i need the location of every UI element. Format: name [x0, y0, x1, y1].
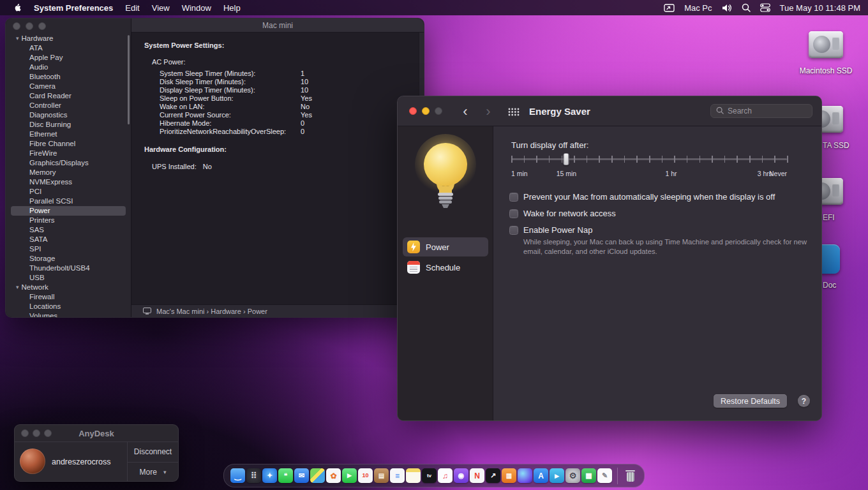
minimize-button[interactable] [26, 22, 33, 30]
menu-view[interactable]: View [152, 3, 170, 13]
control-center-icon[interactable] [760, 3, 770, 12]
notes-icon[interactable] [406, 468, 421, 483]
sidebar-item-schedule[interactable]: Schedule [403, 258, 488, 277]
minimize-button[interactable] [33, 429, 40, 437]
search-field[interactable] [710, 104, 812, 118]
menu-window[interactable]: Window [182, 3, 211, 13]
menu-clock[interactable]: Tue May 10 11:48 PM [780, 3, 860, 13]
volume-icon[interactable] [722, 4, 732, 12]
sidebar-item-firewall[interactable]: Firewall [11, 292, 126, 302]
sidebar-scrollbar[interactable] [128, 35, 130, 124]
desktop-icon-macintosh-ssd[interactable]: Macintosh SSD [797, 24, 855, 75]
sidebar-item-parallel-scsi[interactable]: Parallel SCSI [11, 197, 126, 206]
podcasts-icon[interactable]: ◉ [454, 468, 468, 483]
sidebar-item-power[interactable]: Power [11, 206, 126, 216]
checkbox[interactable] [509, 226, 518, 235]
anydesk-window: AnyDesk andreszerocross Disconnect More … [14, 424, 179, 482]
sidebar-item-power[interactable]: Power [403, 237, 488, 256]
sidebar-item-volumes[interactable]: Volumes [11, 311, 126, 317]
menu-edit[interactable]: Edit [125, 3, 139, 13]
tv-icon[interactable]: tv [422, 468, 437, 483]
slider-thumb[interactable] [564, 153, 569, 165]
sidebar-item-thunderbolt-usb4[interactable]: Thunderbolt/USB4 [11, 264, 126, 273]
help-button[interactable]: ? [798, 395, 810, 407]
stocks-icon[interactable]: ↗ [486, 468, 500, 483]
restore-defaults-button[interactable]: Restore Defaults [714, 394, 787, 408]
maps-icon[interactable] [310, 468, 325, 483]
zoom-button[interactable] [38, 22, 46, 30]
sidebar-item-label: Power [426, 242, 449, 252]
mail-icon[interactable]: ✉ [294, 468, 309, 483]
sidebar-item-nvmexpress[interactable]: NVMExpress [11, 177, 126, 187]
menu-help[interactable]: Help [223, 3, 241, 13]
sidebar-item-firewire[interactable]: FireWire [11, 149, 126, 158]
sidebar-item-sata[interactable]: SATA [11, 235, 126, 244]
minimize-button[interactable] [422, 107, 430, 115]
sidebar-item-ata[interactable]: ATA [11, 43, 126, 53]
sidebar-item-apple-pay[interactable]: Apple Pay [11, 53, 126, 63]
messages-icon[interactable]: ❝ [278, 468, 293, 483]
menu-app-name[interactable]: System Preferences [34, 3, 113, 13]
sidebar-item-storage[interactable]: Storage [11, 254, 126, 264]
chevron-down-icon[interactable]: ▾ [16, 283, 19, 292]
setting-row: PrioritizeNetworkReachabilityOverSleep:0 [131, 128, 424, 136]
close-button[interactable] [13, 22, 20, 30]
app-store-icon[interactable]: A [534, 468, 548, 483]
sidebar-item-audio[interactable]: Audio [11, 63, 126, 72]
sidebar-item-card-reader[interactable]: Card Reader [11, 91, 126, 101]
facetime-icon[interactable]: ▶ [342, 468, 357, 483]
search-input[interactable] [728, 107, 798, 115]
disconnect-button[interactable]: Disconnect [128, 442, 178, 463]
numbers-icon[interactable]: ▦ [581, 468, 596, 483]
safari-icon[interactable]: ✦ [262, 468, 277, 483]
sidebar-item-disc-burning[interactable]: Disc Burning [11, 120, 126, 130]
news-icon[interactable]: N [470, 468, 484, 483]
display-off-slider[interactable]: 1 min15 min1 hr3 hrsNever [511, 154, 787, 181]
chevron-down-icon[interactable]: ▾ [16, 34, 19, 43]
sidebar-item-graphics-displays[interactable]: Graphics/Displays [11, 158, 126, 168]
music-icon[interactable]: ♫ [438, 468, 453, 483]
checkbox[interactable] [509, 193, 518, 202]
sidebar-item-printers[interactable]: Printers [11, 216, 126, 225]
close-button[interactable] [409, 107, 417, 115]
show-all-grid-icon[interactable] [508, 107, 520, 119]
sidebar-item-usb[interactable]: USB [11, 273, 126, 283]
contacts-icon[interactable]: ▤ [374, 468, 389, 483]
sidebar-item-pci[interactable]: PCI [11, 187, 126, 197]
sidebar-section-hardware[interactable]: ▾Hardware [6, 34, 131, 43]
sidebar-item-memory[interactable]: Memory [11, 168, 126, 177]
sidebar-item-ethernet[interactable]: Ethernet [11, 130, 126, 139]
reminders-icon[interactable]: ≡ [390, 468, 405, 483]
sidebar-section-network[interactable]: ▾Network [6, 283, 131, 292]
books-icon[interactable]: ▥ [502, 468, 516, 483]
close-button[interactable] [21, 429, 29, 437]
sidebar-item-locations[interactable]: Locations [11, 302, 126, 311]
forward-button[interactable]: › [482, 96, 495, 126]
photos-icon[interactable]: ✿ [326, 468, 341, 483]
sidebar-item-camera[interactable]: Camera [11, 82, 126, 91]
more-button[interactable]: More ▾ [128, 463, 178, 482]
sidebar-item-sas[interactable]: SAS [11, 225, 126, 235]
system-preferences-icon[interactable]: ⚙ [565, 468, 580, 483]
sidebar-item-spi[interactable]: SPI [11, 244, 126, 254]
sidebar-item-bluetooth[interactable]: Bluetooth [11, 72, 126, 82]
sidebar-item-fibre-channel[interactable]: Fibre Channel [11, 139, 126, 149]
siri-icon[interactable] [518, 468, 532, 483]
zoom-button[interactable] [435, 107, 442, 115]
sidebar-item-diagnostics[interactable]: Diagnostics [11, 110, 126, 120]
calendar-icon[interactable]: 10 [358, 468, 373, 483]
telegram-icon[interactable]: ▸ [550, 468, 564, 483]
trash-icon[interactable] [623, 468, 638, 483]
setting-label: Disk Sleep Timer (Minutes): [160, 78, 246, 85]
finder-icon[interactable]: ‿ [230, 468, 245, 483]
apple-menu-icon[interactable] [13, 3, 22, 13]
zoom-button[interactable] [44, 429, 52, 437]
checkbox[interactable] [509, 209, 518, 218]
anydesk-menubar-icon[interactable] [664, 4, 675, 12]
textedit-icon[interactable]: ✎ [597, 468, 612, 483]
sidebar-item-controller[interactable]: Controller [11, 101, 126, 110]
back-button[interactable]: ‹ [459, 96, 472, 126]
launchpad-icon[interactable]: ⠿ [246, 468, 261, 483]
menu-device-name[interactable]: Mac Pc [684, 3, 712, 13]
spotlight-icon[interactable] [742, 3, 751, 12]
